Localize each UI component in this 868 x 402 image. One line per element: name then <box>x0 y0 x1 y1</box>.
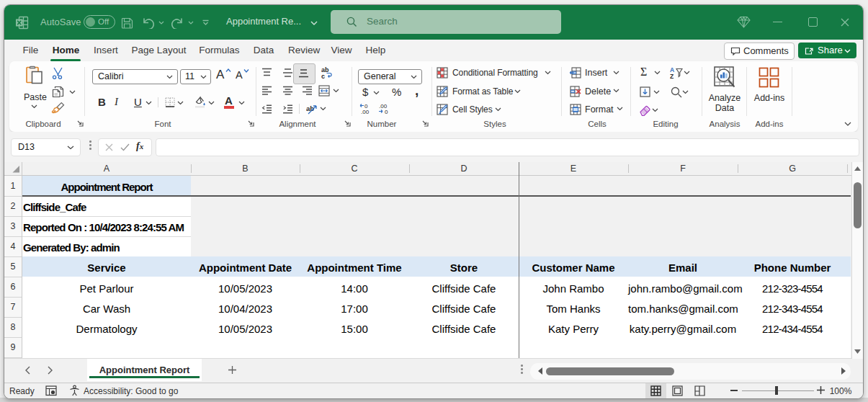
svg-text:Z: Z <box>670 73 674 79</box>
svg-text:.00: .00 <box>361 109 370 115</box>
svg-text:c: c <box>321 73 325 80</box>
svg-text:0: 0 <box>385 109 388 115</box>
